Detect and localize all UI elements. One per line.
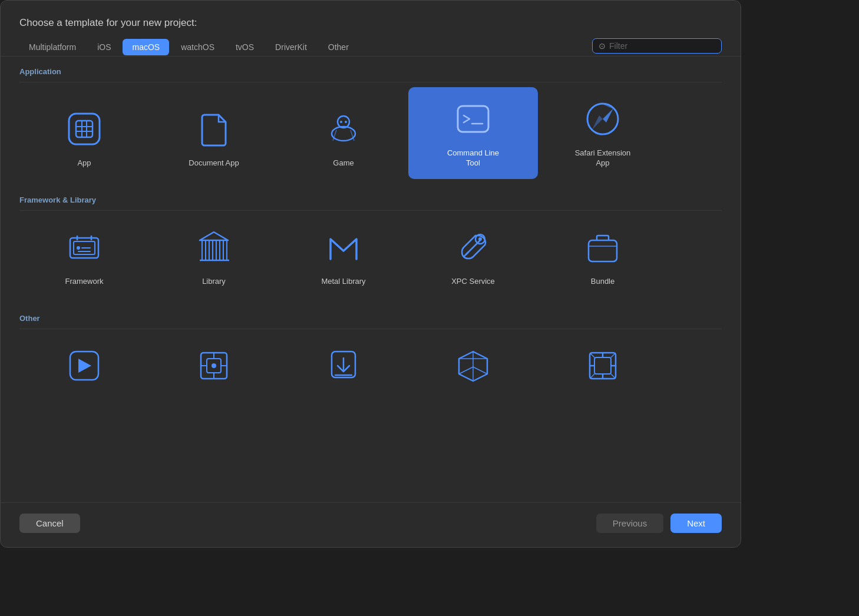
xpc-service-icon — [452, 226, 494, 269]
filter-icon: ⊙ — [599, 41, 606, 51]
template-framework[interactable]: Framework — [19, 216, 149, 297]
svg-line-54 — [459, 367, 473, 374]
game-icon — [322, 108, 365, 150]
template-app[interactable]: App — [19, 87, 149, 179]
svg-marker-32 — [200, 232, 228, 240]
footer-left: Cancel — [19, 514, 80, 533]
driver-icon — [193, 345, 235, 387]
cancel-button[interactable]: Cancel — [19, 514, 80, 533]
xpc-service-label: XPC Service — [451, 277, 495, 287]
framework-library-grid: Framework — [19, 216, 722, 303]
svg-rect-1 — [76, 121, 92, 137]
previous-button[interactable]: Previous — [596, 514, 663, 533]
svg-rect-29 — [216, 240, 220, 260]
next-button[interactable]: Next — [670, 514, 722, 533]
tabs-row: Multiplatform iOS macOS watchOS tvOS Dri… — [1, 38, 741, 57]
bundle-label: Bundle — [591, 277, 614, 287]
svg-line-55 — [473, 367, 487, 374]
document-app-label: Document App — [189, 158, 239, 168]
tab-driverkit[interactable]: DriverKit — [266, 39, 316, 55]
template-safari-extension-app[interactable]: Safari ExtensionApp — [538, 87, 668, 179]
filter-wrap: ⊙ — [592, 38, 722, 54]
bundle-icon — [582, 226, 624, 269]
dialog: Choose a template for your new project: … — [0, 0, 741, 548]
footer-right: Previous Next — [596, 514, 722, 533]
tab-ios[interactable]: iOS — [88, 39, 120, 55]
tab-other[interactable]: Other — [319, 39, 358, 55]
svg-point-47 — [212, 363, 216, 368]
tab-watchos[interactable]: watchOS — [171, 39, 224, 55]
svg-rect-0 — [69, 114, 100, 144]
section-header-framework-library: Framework & Library — [19, 185, 722, 210]
app-label: App — [77, 158, 91, 168]
framework-label: Framework — [65, 277, 103, 287]
svg-marker-18 — [603, 108, 613, 122]
svg-rect-14 — [458, 106, 488, 132]
svg-rect-27 — [202, 240, 206, 260]
svg-point-12 — [340, 121, 342, 123]
safari-extension-app-label: Safari ExtensionApp — [575, 148, 631, 168]
template-audio-unit[interactable] — [19, 334, 149, 406]
template-install[interactable] — [279, 334, 408, 406]
library-label: Library — [202, 277, 226, 287]
application-grid: App Document App — [19, 87, 722, 185]
metal-library-label: Metal Library — [321, 277, 365, 287]
template-kernel-extension[interactable] — [538, 334, 668, 406]
audio-unit-icon — [63, 345, 105, 387]
command-line-icon — [452, 98, 494, 140]
template-package[interactable] — [408, 334, 538, 406]
library-icon — [193, 226, 235, 269]
svg-marker-19 — [592, 115, 603, 130]
tab-tvos[interactable]: tvOS — [226, 39, 263, 55]
template-bundle[interactable]: Bundle — [538, 216, 668, 297]
svg-point-24 — [77, 246, 80, 250]
dialog-title: Choose a template for your new project: — [1, 17, 741, 38]
svg-line-34 — [464, 252, 468, 257]
content-area: Application App — [1, 57, 741, 502]
svg-marker-40 — [78, 359, 91, 373]
tabs-container: Multiplatform iOS macOS watchOS tvOS Dri… — [19, 39, 358, 55]
template-driver[interactable] — [149, 334, 279, 406]
svg-rect-30 — [223, 240, 227, 260]
command-line-tool-label: Command LineTool — [447, 148, 499, 168]
install-icon — [322, 345, 365, 387]
section-header-application: Application — [19, 57, 722, 82]
svg-point-36 — [478, 237, 482, 241]
template-library[interactable]: Library — [149, 216, 279, 297]
framework-icon — [63, 226, 105, 269]
kernel-extension-icon — [582, 345, 624, 387]
other-grid — [19, 334, 722, 412]
template-document-app[interactable]: Document App — [149, 87, 279, 179]
svg-rect-37 — [589, 240, 617, 261]
template-command-line-tool[interactable]: Command LineTool — [408, 87, 538, 179]
metal-library-icon — [322, 226, 365, 269]
template-game[interactable]: Game — [279, 87, 408, 179]
document-app-icon — [193, 108, 235, 150]
tab-macos[interactable]: macOS — [123, 39, 169, 55]
svg-rect-57 — [594, 357, 611, 374]
footer: Cancel Previous Next — [1, 502, 741, 547]
package-icon — [452, 345, 494, 387]
game-label: Game — [333, 158, 353, 168]
svg-rect-28 — [209, 240, 213, 260]
filter-input[interactable] — [609, 41, 703, 51]
tab-multiplatform[interactable]: Multiplatform — [19, 39, 85, 55]
template-metal-library[interactable]: Metal Library — [279, 216, 408, 297]
svg-point-13 — [345, 121, 347, 123]
app-icon — [63, 108, 105, 150]
template-xpc-service[interactable]: XPC Service — [408, 216, 538, 297]
safari-extension-icon — [582, 98, 624, 140]
section-header-other: Other — [19, 303, 722, 329]
